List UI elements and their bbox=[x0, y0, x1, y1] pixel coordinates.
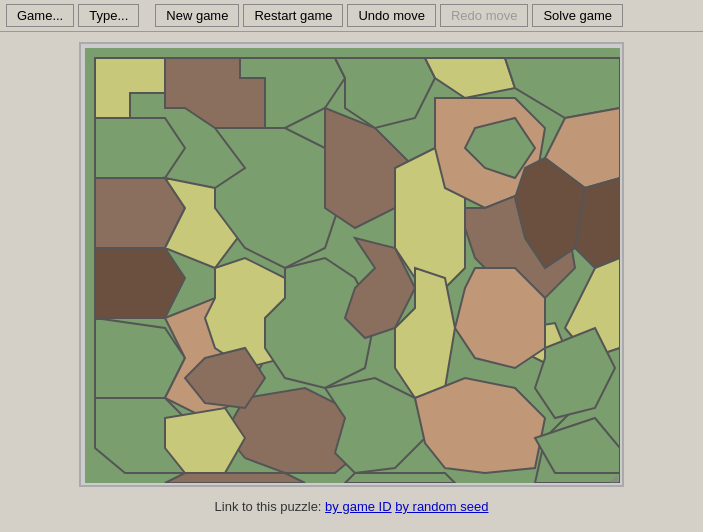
resize-handle[interactable]: ◢ bbox=[610, 473, 620, 483]
footer-text: Link to this puzzle: bbox=[215, 499, 322, 514]
svg-marker-11 bbox=[95, 118, 185, 178]
puzzle-container: ◢ bbox=[79, 42, 624, 487]
undo-move-button[interactable]: Undo move bbox=[347, 4, 435, 27]
svg-marker-37 bbox=[345, 473, 455, 483]
redo-move-button[interactable]: Redo move bbox=[440, 4, 528, 27]
main-content: ◢ Link to this puzzle: by game ID by ran… bbox=[0, 32, 703, 524]
new-game-button[interactable]: New game bbox=[155, 4, 239, 27]
by-random-seed-link[interactable]: by random seed bbox=[395, 499, 488, 514]
footer: Link to this puzzle: by game ID by rando… bbox=[215, 499, 489, 514]
toolbar: Game... Type... New game Restart game Un… bbox=[0, 0, 703, 32]
type-menu-button[interactable]: Type... bbox=[78, 4, 139, 27]
puzzle-canvas[interactable] bbox=[85, 48, 620, 483]
game-menu-button[interactable]: Game... bbox=[6, 4, 74, 27]
svg-marker-36 bbox=[165, 473, 305, 483]
by-game-id-link[interactable]: by game ID bbox=[325, 499, 391, 514]
solve-game-button[interactable]: Solve game bbox=[532, 4, 623, 27]
restart-game-button[interactable]: Restart game bbox=[243, 4, 343, 27]
